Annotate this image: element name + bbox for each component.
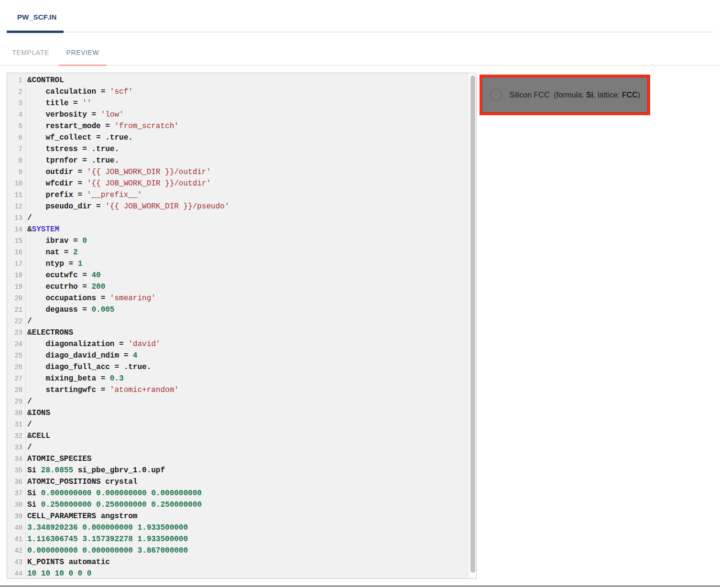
line-content: wf_collect = .true.	[26, 132, 133, 143]
line-number: 23	[7, 327, 26, 338]
line-number: 12	[7, 201, 26, 212]
line-number: 26	[7, 361, 26, 373]
code-line: 420.000000000 0.000000000 3.867000000	[7, 545, 469, 556]
material-details-suffix: )	[638, 91, 640, 99]
line-content: outdir = '{{ JOB_WORK_DIR }}/outdir'	[26, 166, 211, 178]
material-lattice: FCC	[622, 91, 638, 99]
line-number: 30	[7, 407, 26, 419]
line-number: 1	[7, 75, 26, 86]
code-line: 4 verbosity = 'low'	[7, 109, 469, 120]
line-number: 29	[7, 396, 26, 407]
code-line: 21 degauss = 0.005	[7, 304, 469, 316]
code-line: 30&IONS	[7, 407, 469, 419]
code-line: 19 ecutrho = 200	[7, 281, 469, 293]
code-line: 31/	[7, 419, 469, 430]
line-content: ecutrho = 200	[26, 281, 105, 293]
material-details-mid: , lattice:	[593, 91, 622, 99]
line-content: CELL_PARAMETERS angstrom	[26, 511, 137, 522]
code-line: 11 prefix = '__prefix__'	[7, 189, 469, 201]
code-line: 15 ibrav = 0	[7, 235, 469, 247]
line-content: &CELL	[26, 430, 50, 442]
code-line: 403.348920236 0.000000000 1.933500000	[7, 522, 469, 534]
line-number: 27	[7, 373, 26, 384]
line-number: 35	[7, 465, 26, 476]
code-line: 27 mixing_beta = 0.3	[7, 373, 469, 384]
code-line: 14&SYSTEM	[7, 224, 469, 235]
line-number: 17	[7, 258, 26, 270]
code-editor-panel[interactable]: 1&CONTROL2 calculation = 'scf'3 title = …	[7, 73, 477, 579]
code-line: 7 tstress = .true.	[7, 143, 469, 155]
code-line: 29/	[7, 396, 469, 407]
line-content: &IONS	[26, 407, 50, 419]
line-number: 16	[7, 247, 26, 258]
line-content: diagonalization = 'david'	[26, 338, 160, 350]
code-line: 4410 10 10 0 0 0	[7, 568, 469, 578]
code-line: 16 nat = 2	[7, 247, 469, 258]
code-line: 35Si 28.0855 si_pbe_gbrv_1.0.upf	[7, 465, 469, 476]
code-line: 28 startingwfc = 'atomic+random'	[7, 384, 469, 396]
scrollbar-track[interactable]	[469, 73, 476, 578]
line-number: 15	[7, 235, 26, 247]
line-content: Si 0.250000000 0.250000000 0.250000000	[26, 499, 202, 511]
line-content: /	[26, 442, 32, 453]
code-line: 1&CONTROL	[7, 75, 469, 86]
material-name: Silicon FCC	[509, 91, 549, 99]
code-line: 17 ntyp = 1	[7, 258, 469, 270]
code-line: 6 wf_collect = .true.	[7, 132, 469, 143]
code-line: 26 diago_full_acc = .true.	[7, 361, 469, 373]
line-content: 10 10 10 0 0 0	[26, 568, 91, 578]
code-line: 32&CELL	[7, 430, 469, 442]
scrollbar-thumb[interactable]	[470, 76, 475, 573]
line-content: prefix = '__prefix__'	[26, 189, 142, 201]
tab-preview[interactable]: PREVIEW	[59, 49, 107, 56]
line-number: 9	[7, 166, 26, 178]
line-number: 4	[7, 109, 26, 120]
code-line: 10 wfcdir = '{{ JOB_WORK_DIR }}/outdir'	[7, 178, 469, 189]
line-number: 44	[7, 568, 26, 578]
line-content: ibrav = 0	[26, 235, 87, 247]
line-content: &CONTROL	[26, 75, 64, 86]
page-bottom-border	[0, 586, 720, 587]
code-line: 43K_POINTS automatic	[7, 556, 469, 568]
line-number: 41	[7, 534, 26, 545]
line-number: 19	[7, 281, 26, 293]
code-lines: 1&CONTROL2 calculation = 'scf'3 title = …	[7, 73, 469, 578]
line-number: 38	[7, 499, 26, 511]
code-line: 9 outdir = '{{ JOB_WORK_DIR }}/outdir'	[7, 166, 469, 178]
file-tab-divider	[7, 32, 713, 33]
line-number: 25	[7, 350, 26, 361]
line-number: 13	[7, 212, 26, 224]
line-content: diago_david_ndim = 4	[26, 350, 137, 361]
code-line: 8 tprnfor = .true.	[7, 155, 469, 166]
tab-template[interactable]: TEMPLATE	[7, 49, 55, 56]
line-content: Si 28.0855 si_pbe_gbrv_1.0.upf	[26, 465, 165, 476]
line-content: &SYSTEM	[26, 224, 59, 235]
line-content: mixing_beta = 0.3	[26, 373, 124, 384]
radio-button-icon[interactable]	[490, 89, 502, 101]
line-number: 18	[7, 270, 26, 281]
line-number: 11	[7, 189, 26, 201]
line-content: verbosity = 'low'	[26, 109, 124, 120]
line-content: wfcdir = '{{ JOB_WORK_DIR }}/outdir'	[26, 178, 211, 189]
line-content: /	[26, 316, 32, 327]
line-content: /	[26, 396, 32, 407]
line-content: nat = 2	[26, 247, 78, 258]
code-line: 18 ecutwfc = 40	[7, 270, 469, 281]
code-line: 38Si 0.250000000 0.250000000 0.250000000	[7, 499, 469, 511]
line-content: ATOMIC_SPECIES	[26, 453, 91, 465]
material-details-prefix: (formula:	[549, 91, 586, 99]
material-option-silicon-fcc[interactable]: Silicon FCC (formula: Si, lattice: FCC)	[480, 75, 650, 115]
code-line: 13/	[7, 212, 469, 224]
line-number: 2	[7, 86, 26, 98]
line-content: diago_full_acc = .true.	[26, 361, 151, 373]
code-line: 25 diago_david_ndim = 4	[7, 350, 469, 361]
code-line: 33/	[7, 442, 469, 453]
line-content: title = ''	[26, 98, 91, 109]
line-content: 3.348920236 0.000000000 1.933500000	[26, 522, 188, 534]
code-line: 3 title = ''	[7, 98, 469, 109]
line-content: /	[26, 212, 32, 224]
code-line: 2 calculation = 'scf'	[7, 86, 469, 98]
line-number: 39	[7, 511, 26, 522]
line-content: 1.116306745 3.157392278 1.933500000	[26, 534, 188, 545]
file-tab-title[interactable]: PW_SCF.IN	[17, 13, 57, 21]
